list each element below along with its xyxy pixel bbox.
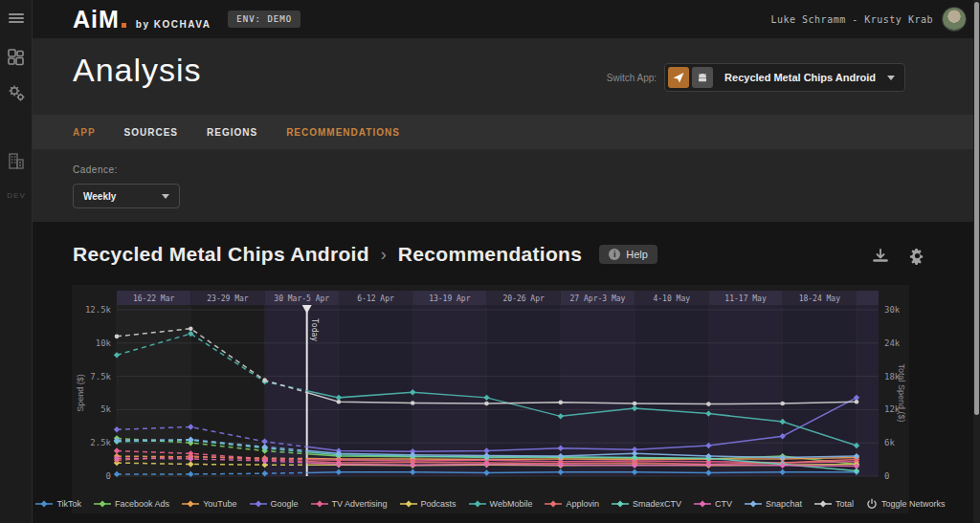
chart-legend: TikTok Facebook Ads YouTube Google TV Ad… [72,498,909,510]
legend-item-total[interactable]: Total [814,499,854,509]
svg-text:6k: 6k [884,438,895,447]
selected-app-name: Recycled Metal Chips Android [713,72,887,83]
filter-section: Cadence: Weekly [33,149,980,222]
legend-item-youtube[interactable]: YouTube [182,499,236,509]
logo-byline: by KOCHAVA [136,19,212,30]
breadcrumb-app: Recycled Metal Chips Android [73,243,369,266]
cadence-dropdown[interactable]: Weekly [73,184,180,208]
avatar[interactable] [942,7,967,32]
logo-dot-icon [122,23,126,28]
app-logo[interactable]: AiM by KOCHAVA [73,8,211,32]
chart-panel: 16-22 Mar23-29 Mar30 Mar-5 Apr6-12 Apr13… [72,285,909,513]
svg-text:23-29 Mar: 23-29 Mar [207,294,249,303]
legend-item-webmobile[interactable]: WebMobile [469,499,533,509]
svg-text:2.5k: 2.5k [90,438,111,447]
main-content: Recycled Metal Chips Android › Recommend… [33,222,980,523]
svg-text:30k: 30k [884,305,901,315]
svg-text:11-17 May: 11-17 May [724,294,767,303]
tab-app[interactable]: APP [73,127,96,138]
svg-text:Spend ($): Spend ($) [76,374,85,412]
series-marker-icon [745,499,762,509]
series-marker-icon [469,499,486,509]
logo-text: AiM [73,8,120,32]
svg-text:12.5k: 12.5k [85,305,112,315]
topbar: AiM by KOCHAVA ENV: DEMO Luke Schramm - … [33,0,980,38]
breadcrumb: Recycled Metal Chips Android › Recommend… [73,243,657,266]
series-marker-icon [182,499,199,509]
svg-text:30 Mar-5 Apr: 30 Mar-5 Apr [274,294,329,303]
svg-text:6-12 Apr: 6-12 Apr [357,294,394,303]
spend-chart[interactable]: 16-22 Mar23-29 Mar30 Mar-5 Apr6-12 Apr13… [72,285,909,488]
env-badge: ENV: DEMO [228,11,301,28]
svg-text:0: 0 [106,471,111,481]
svg-text:24k: 24k [884,338,901,348]
series-marker-icon [94,499,111,509]
svg-text:0: 0 [884,471,889,481]
download-icon[interactable] [872,248,889,265]
svg-text:4-10 May: 4-10 May [653,294,690,303]
help-button[interactable]: i Help [599,245,657,264]
chevron-down-icon [887,76,895,80]
cadence-value: Weekly [83,191,162,202]
series-marker-icon [814,499,832,509]
info-icon: i [609,249,620,260]
legend-item-tv-advertising[interactable]: TV Advertising [311,499,388,509]
svg-text:5k: 5k [100,404,111,414]
apps-grid-icon[interactable] [0,48,33,67]
svg-text:Today: Today [310,318,319,341]
menu-icon[interactable] [0,11,33,25]
sidebar: DEV [0,0,33,523]
svg-text:Total Spend ($): Total Spend ($) [897,363,906,422]
series-marker-icon [612,499,629,509]
scrollbar-thumb[interactable] [974,2,979,415]
series-marker-icon [694,499,711,509]
dev-label: DEV [0,191,33,200]
tab-recommendations[interactable]: RECOMMENDATIONS [286,127,400,138]
user-name: Luke Schramm - Krusty Krab [770,14,933,25]
gear-icon[interactable] [908,247,926,265]
legend-item-smadexctv[interactable]: SmadexCTV [612,499,681,509]
legend-item-facebook-ads[interactable]: Facebook Ads [94,499,169,509]
header-section: Analysis Switch App: Recycled Metal Chip… [33,38,980,115]
series-marker-icon [545,499,562,509]
legend-item-podcasts[interactable]: Podcasts [400,499,457,509]
chevron-down-icon [162,194,169,199]
legend-item-ctv[interactable]: CTV [694,499,732,509]
legend-item-tiktok[interactable]: TikTok [35,499,81,509]
analysis-tabbar: APP SOURCES REGIONS RECOMMENDATIONS [33,115,980,149]
switch-app-label: Switch App: [607,73,657,83]
tab-regions[interactable]: REGIONS [207,127,257,138]
series-marker-icon [400,499,417,509]
toggle-networks-button[interactable]: Toggle Networks [866,498,946,510]
series-marker-icon [250,499,267,509]
legend-item-google[interactable]: Google [250,499,299,509]
svg-text:27 Apr-3 May: 27 Apr-3 May [570,294,626,303]
page-title: Analysis [73,52,202,89]
buildings-icon[interactable] [0,151,33,172]
svg-text:20-26 Apr: 20-26 Apr [502,294,545,303]
svg-text:13-19 Apr: 13-19 Apr [429,294,471,303]
rocket-icon [668,67,689,88]
cadence-label: Cadence: [73,164,118,175]
svg-text:10k: 10k [96,338,112,348]
legend-item-applovin[interactable]: Applovin [545,499,599,509]
series-marker-icon [311,499,328,509]
breadcrumb-separator: › [381,245,387,265]
android-icon [692,67,713,88]
app-switcher-dropdown[interactable]: Recycled Metal Chips Android [664,63,905,92]
tab-sources[interactable]: SOURCES [124,127,178,138]
power-icon [866,498,878,510]
svg-text:16-22 Mar: 16-22 Mar [133,294,175,303]
series-marker-icon [35,499,53,509]
legend-item-snapchat[interactable]: Snapchat [745,499,802,509]
gears-icon[interactable] [0,82,33,103]
svg-text:7.5k: 7.5k [90,372,111,381]
svg-text:18-24 May: 18-24 May [799,294,841,303]
breadcrumb-page: Recommendations [398,243,582,266]
